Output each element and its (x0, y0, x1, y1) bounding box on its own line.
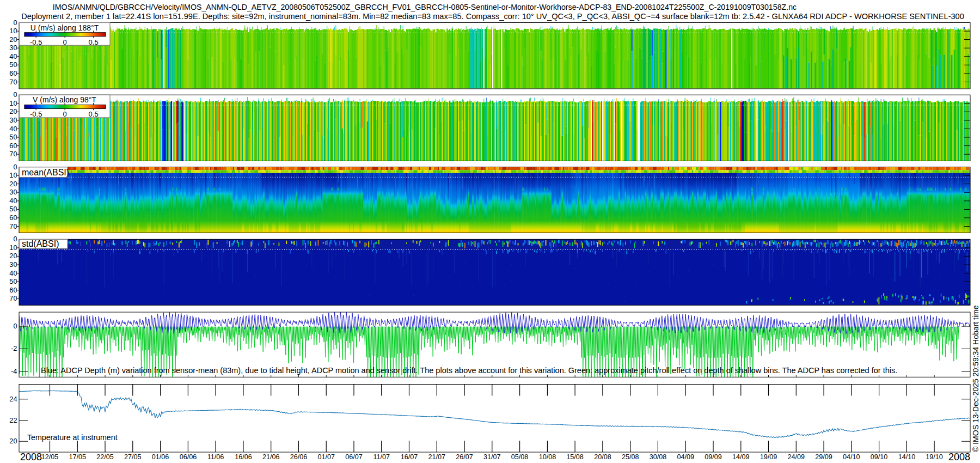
svg-text:0: 0 (13, 235, 17, 243)
svg-text:Temperature at instrument: Temperature at instrument (27, 433, 118, 442)
svg-text:V (m/s) along 98°T: V (m/s) along 98°T (33, 95, 96, 104)
svg-text:2008: 2008 (20, 452, 42, 462)
svg-text:70: 70 (9, 222, 17, 230)
svg-text:10: 10 (9, 99, 17, 107)
svg-text:70: 70 (9, 78, 17, 86)
svg-text:Deployment 2, member 1 lat=22.: Deployment 2, member 1 lat=22.41S lon=15… (21, 12, 964, 21)
svg-text:2008: 2008 (948, 452, 970, 462)
svg-text:27/05: 27/05 (124, 453, 142, 461)
svg-text:70: 70 (9, 294, 17, 302)
svg-text:60: 60 (9, 142, 17, 150)
svg-text:50: 50 (9, 205, 17, 213)
svg-text:24/09: 24/09 (788, 453, 805, 461)
svg-text:50: 50 (9, 60, 17, 69)
svg-text:0: 0 (13, 322, 17, 330)
svg-text:16/07: 16/07 (401, 453, 418, 461)
svg-text:0: 0 (13, 19, 17, 27)
svg-text:24: 24 (9, 395, 17, 403)
svg-text:20: 20 (9, 35, 17, 44)
svg-text:09/09: 09/09 (705, 453, 722, 461)
svg-text:60: 60 (9, 286, 17, 294)
svg-text:40: 40 (9, 52, 17, 60)
svg-text:30: 30 (9, 116, 17, 124)
svg-text:21/06: 21/06 (262, 453, 280, 461)
svg-text:0: 0 (63, 38, 66, 46)
svg-text:19/09: 19/09 (760, 453, 777, 461)
svg-text:40: 40 (9, 125, 17, 133)
svg-text:-0.5: -0.5 (30, 38, 42, 46)
svg-text:30/08: 30/08 (650, 453, 667, 461)
svg-text:01/06: 01/06 (152, 453, 169, 461)
svg-text:11/06: 11/06 (207, 453, 224, 461)
svg-text:10: 10 (9, 171, 17, 179)
svg-text:© IMOS 13-Dec-2025 20:59:34 Ho: © IMOS 13-Dec-2025 20:59:34 Hobart time (971, 305, 980, 452)
svg-text:05/08: 05/08 (511, 453, 529, 461)
svg-text:20: 20 (9, 180, 17, 188)
svg-text:14/09: 14/09 (732, 453, 750, 461)
svg-text:30: 30 (9, 44, 17, 52)
svg-text:29/09: 29/09 (815, 453, 832, 461)
svg-text:01/07: 01/07 (317, 453, 335, 461)
svg-text:16/06: 16/06 (235, 453, 252, 461)
svg-text:20: 20 (9, 437, 17, 445)
svg-text:31/07: 31/07 (483, 453, 501, 461)
svg-text:std(ABSI): std(ABSI) (22, 239, 59, 248)
svg-text:15/08: 15/08 (566, 453, 584, 461)
svg-text:20: 20 (9, 107, 17, 115)
svg-text:0: 0 (13, 90, 17, 99)
svg-text:10: 10 (9, 27, 17, 35)
svg-text:25/08: 25/08 (622, 453, 639, 461)
svg-text:17/05: 17/05 (69, 453, 87, 461)
svg-text:10/08: 10/08 (539, 453, 556, 461)
svg-text:20/08: 20/08 (594, 453, 611, 461)
svg-text:14/10: 14/10 (898, 453, 916, 461)
svg-text:0.5: 0.5 (89, 110, 99, 118)
svg-text:0: 0 (63, 110, 66, 118)
svg-text:10: 10 (9, 243, 17, 252)
svg-text:40: 40 (9, 197, 17, 205)
svg-text:-2: -2 (11, 344, 17, 352)
svg-text:mean(ABSI): mean(ABSI) (22, 168, 69, 177)
svg-text:26/06: 26/06 (290, 453, 308, 461)
svg-text:60: 60 (9, 69, 17, 77)
svg-text:60: 60 (9, 214, 17, 222)
svg-text:Blue: ADCP Depth (m) variation: Blue: ADCP Depth (m) variation from sens… (41, 366, 897, 375)
svg-text:-0.5: -0.5 (30, 110, 42, 118)
svg-text:11/07: 11/07 (373, 453, 390, 461)
svg-text:-4: -4 (11, 367, 17, 375)
svg-text:0: 0 (13, 163, 17, 171)
svg-text:22/05: 22/05 (96, 453, 114, 461)
svg-text:0.5: 0.5 (89, 38, 99, 46)
svg-text:04/10: 04/10 (843, 453, 860, 461)
svg-text:06/07: 06/07 (345, 453, 363, 461)
svg-text:09/10: 09/10 (871, 453, 888, 461)
svg-text:21/07: 21/07 (428, 453, 446, 461)
svg-text:U (m/s) along 188°T: U (m/s) along 188°T (30, 23, 99, 32)
svg-text:19/10: 19/10 (926, 453, 943, 461)
svg-text:40: 40 (9, 269, 17, 277)
svg-text:06/06: 06/06 (180, 453, 197, 461)
svg-text:20: 20 (9, 252, 17, 260)
svg-text:12/05: 12/05 (41, 453, 59, 461)
svg-text:70: 70 (9, 150, 17, 158)
svg-text:30: 30 (9, 188, 17, 196)
svg-text:30: 30 (9, 260, 17, 269)
svg-text:50: 50 (9, 133, 17, 141)
svg-text:26/07: 26/07 (456, 453, 473, 461)
svg-text:IMOS/ANMN/QLD/GBRCCH/Velocity/: IMOS/ANMN/QLD/GBRCCH/Velocity/IMOS_ANMN-… (53, 3, 797, 11)
svg-text:04/09: 04/09 (677, 453, 694, 461)
svg-text:50: 50 (9, 277, 17, 285)
svg-text:22: 22 (9, 416, 17, 424)
